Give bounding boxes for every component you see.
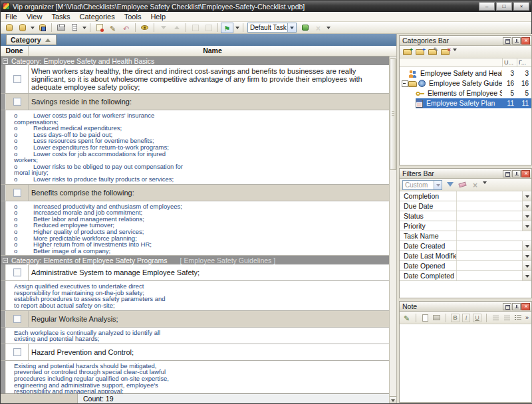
tree-item[interactable]: Employee Safety and Health Basics33 (400, 68, 531, 78)
task-row[interactable]: When workers stay healthy, the direct an… (1, 65, 389, 94)
move-down-button[interactable] (157, 23, 170, 33)
close-panel-button[interactable] (521, 37, 530, 45)
scroll-down-button[interactable] (390, 396, 396, 403)
collapse-icon[interactable] (3, 58, 8, 64)
column-header-name[interactable]: Name (29, 46, 396, 56)
filter-value[interactable] (457, 231, 531, 241)
note-row[interactable]: Assign qualified executives to undertake… (1, 281, 389, 310)
menu-view[interactable]: View (22, 12, 47, 21)
filter-value[interactable] (457, 211, 522, 221)
maximize-panel-button[interactable] (503, 37, 511, 45)
close-panel-button[interactable] (521, 303, 530, 310)
filters-toolbar-overflow[interactable] (483, 181, 488, 188)
toolbar-dropdown-caret[interactable] (29, 23, 35, 33)
toolbar-dropdown-caret[interactable] (234, 23, 240, 33)
task-row[interactable]: Savings reside in the following: (1, 94, 389, 110)
filter-dropdown-button[interactable] (522, 251, 531, 260)
filter-dropdown-button[interactable] (522, 201, 531, 211)
apply-filter-button[interactable] (445, 180, 455, 190)
bullet-list-button[interactable] (514, 313, 523, 323)
undo-task-button[interactable] (120, 23, 132, 33)
underline-button[interactable] (473, 314, 481, 322)
filter-dropdown-button[interactable] (522, 271, 531, 280)
attach-note-button[interactable] (402, 313, 411, 323)
combo-arrow-icon[interactable] (287, 23, 296, 32)
mark-incomplete-button[interactable] (202, 23, 215, 33)
filter-value[interactable] (457, 251, 522, 260)
note-row[interactable]: Each workplace is continually analyzed t… (1, 328, 389, 344)
task-checkbox[interactable] (13, 98, 21, 106)
bold-button[interactable] (451, 314, 460, 322)
menu-file[interactable]: File (1, 12, 22, 21)
toolbar-dropdown-caret[interactable] (325, 23, 331, 33)
move-up-button[interactable] (170, 23, 183, 33)
align-left-button[interactable] (491, 313, 500, 323)
auto-hide-pin-button[interactable] (512, 37, 521, 45)
menu-tasks[interactable]: Tasks (47, 12, 74, 21)
save-database-button[interactable] (36, 23, 49, 33)
align-center-button[interactable] (503, 313, 511, 323)
menu-help[interactable]: Help (146, 12, 170, 21)
note-row[interactable]: Existing and potential hazards should be… (1, 361, 389, 393)
category-header-row[interactable]: Category: Elements of Employee Safety Pr… (1, 256, 389, 264)
edit-task-button[interactable] (106, 23, 119, 33)
view-tasks-button[interactable] (138, 23, 151, 33)
tree-column-uncompleted[interactable]: U... (502, 58, 517, 66)
new-database-button[interactable] (3, 23, 15, 33)
filter-dropdown-button[interactable] (522, 211, 531, 221)
filter-value[interactable] (457, 221, 522, 231)
filter-dropdown-button[interactable] (522, 221, 531, 231)
filter-preset-combo[interactable]: Custom (402, 180, 442, 190)
new-task-button[interactable] (93, 23, 106, 33)
print-preview-button[interactable] (68, 23, 80, 33)
note-content[interactable] (400, 324, 531, 402)
add-subcategory-button[interactable] (415, 47, 425, 57)
insert-note-button[interactable] (421, 313, 430, 323)
tree-item[interactable]: Employee Safety Plan1111 (400, 98, 531, 108)
close-panel-button[interactable] (521, 170, 530, 177)
minimize-button[interactable]: – (479, 2, 495, 11)
filter-value[interactable] (457, 191, 522, 201)
auto-hide-pin-button[interactable] (512, 170, 521, 177)
task-row[interactable]: Regular Worksite Analysis; (1, 311, 389, 328)
group-by-category-button[interactable]: Category (6, 35, 57, 45)
note-toolbar-overflow[interactable]: » (525, 316, 529, 320)
filter-dropdown-button[interactable] (522, 241, 531, 251)
task-row[interactable]: Administrative System to manage Employee… (1, 264, 389, 281)
close-button[interactable]: × (513, 2, 529, 11)
tree-item[interactable]: Employee Safety Guidelines1616 (400, 78, 531, 88)
task-checkbox[interactable] (13, 75, 21, 83)
note-row[interactable]: oLower costs paid out for workers' insur… (1, 110, 389, 185)
task-row[interactable]: Hazard Prevention and Control; (1, 344, 389, 361)
print-button[interactable] (55, 23, 67, 33)
filter-dropdown-button[interactable] (522, 261, 531, 270)
maximize-button[interactable]: □ (496, 2, 512, 11)
vertical-scrollbar[interactable] (389, 56, 396, 403)
flag-button[interactable] (221, 23, 233, 33)
add-category-button[interactable] (402, 47, 412, 57)
maximize-panel-button[interactable] (503, 303, 511, 310)
mark-complete-button[interactable] (189, 23, 201, 33)
filter-preset-arrow-icon[interactable] (434, 181, 442, 189)
menu-categories[interactable]: Categories (75, 12, 120, 21)
delete-category-button[interactable] (440, 47, 450, 57)
task-checkbox[interactable] (13, 268, 21, 276)
delete-assign-button[interactable] (312, 23, 325, 33)
filter-value[interactable] (457, 201, 522, 211)
scrollbar-thumb[interactable] (390, 58, 396, 170)
edit-category-button[interactable] (428, 47, 438, 57)
open-database-button[interactable] (16, 23, 29, 33)
note-row[interactable]: oIncreased productivity and enthusiasm o… (1, 201, 389, 256)
clear-filter-button[interactable] (458, 180, 467, 190)
task-checkbox[interactable] (13, 189, 21, 197)
task-checkbox[interactable] (13, 315, 21, 323)
tree-item[interactable]: Elements of Employee Safety Programs55 (400, 88, 531, 98)
tree-expander[interactable] (401, 80, 408, 86)
column-header-done[interactable]: Done (1, 46, 29, 56)
assign-task-button[interactable] (299, 23, 311, 33)
filter-value[interactable] (457, 261, 522, 270)
auto-hide-pin-button[interactable] (512, 303, 521, 310)
filter-dropdown-button[interactable] (522, 191, 531, 201)
filter-value[interactable] (457, 271, 522, 280)
filter-value[interactable] (457, 241, 522, 251)
